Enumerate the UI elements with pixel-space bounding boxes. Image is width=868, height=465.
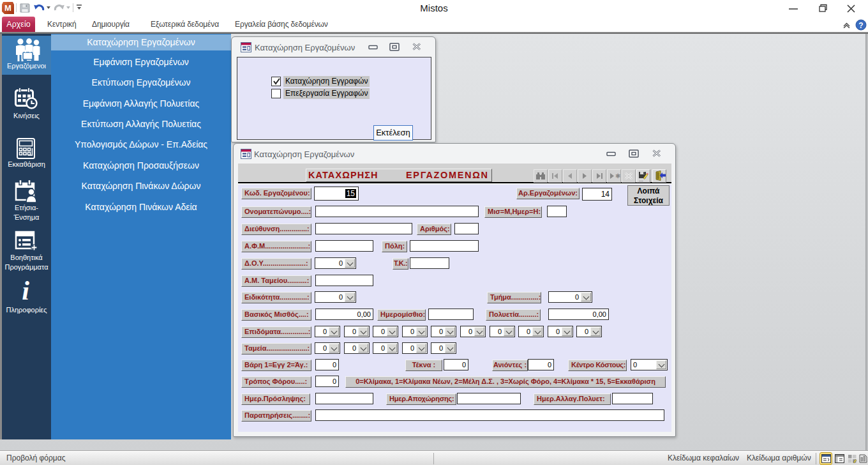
svg-text:✱: ✱: [615, 172, 620, 179]
svg-text:...: ...: [639, 177, 643, 183]
svg-text:?: ?: [858, 21, 863, 30]
